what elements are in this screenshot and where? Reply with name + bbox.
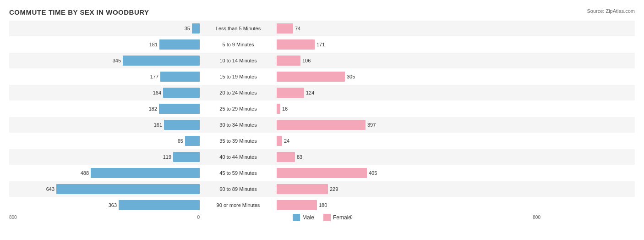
table-row: 345 10 to 14 Minutes 106 <box>9 53 635 68</box>
male-value: 363 <box>104 202 117 208</box>
axis-left-min: 0 <box>197 215 200 220</box>
female-value: 405 <box>369 170 382 176</box>
male-bar <box>164 120 200 130</box>
male-bar <box>159 104 200 114</box>
left-bar-container: 164 <box>9 85 202 100</box>
row-label: 30 to 34 Minutes <box>202 122 275 128</box>
row-label: Less than 5 Minutes <box>202 26 275 31</box>
female-value: 24 <box>284 138 297 144</box>
table-row: 181 5 to 9 Minutes 171 <box>9 37 635 52</box>
female-bar <box>277 136 282 146</box>
right-bar-container: 397 <box>275 117 467 133</box>
female-value: 106 <box>302 58 315 63</box>
left-bar-container: 65 <box>9 133 202 149</box>
male-value: 182 <box>144 106 157 112</box>
male-bar <box>185 136 200 146</box>
female-bar <box>277 88 304 98</box>
male-bar <box>163 88 200 98</box>
right-bar-container: 83 <box>275 149 467 165</box>
male-bar <box>119 200 200 210</box>
left-bar-container: 177 <box>9 69 202 84</box>
axis-right: 0 800 <box>348 215 540 220</box>
male-value: 65 <box>170 138 183 144</box>
table-row: 643 60 to 89 Minutes 229 <box>9 181 635 197</box>
female-bar <box>277 168 367 178</box>
right-bar-container: 124 <box>275 85 467 100</box>
female-bar <box>277 39 315 50</box>
male-bar <box>159 39 200 50</box>
row-label: 35 to 39 Minutes <box>202 138 275 144</box>
male-bar <box>123 56 200 66</box>
row-label: 15 to 19 Minutes <box>202 74 275 79</box>
table-row: 488 45 to 59 Minutes 405 <box>9 165 635 181</box>
row-label: 10 to 14 Minutes <box>202 58 275 63</box>
female-bar <box>277 120 366 130</box>
male-bar <box>192 23 200 33</box>
row-label: 90 or more Minutes <box>202 202 275 208</box>
left-bar-container: 119 <box>9 149 202 165</box>
left-bar-container: 345 <box>9 53 202 68</box>
right-bar-container: 106 <box>275 53 467 68</box>
left-bar-container: 488 <box>9 165 202 181</box>
male-value: 643 <box>42 186 55 192</box>
right-bar-container: 405 <box>275 165 467 181</box>
male-value: 161 <box>149 122 162 128</box>
axis-row: 800 0 0 800 <box>9 215 635 220</box>
female-value: 397 <box>367 122 380 128</box>
female-value: 124 <box>306 90 319 95</box>
male-value: 181 <box>145 42 158 47</box>
female-value: 229 <box>330 186 343 192</box>
female-bar <box>277 152 295 162</box>
chart-container: COMMUTE TIME BY SEX IN WOODBURY Source: … <box>0 0 644 240</box>
female-value: 305 <box>347 74 360 79</box>
table-row: 35 Less than 5 Minutes 74 <box>9 21 635 36</box>
axis-right-max: 800 <box>533 215 540 220</box>
right-bar-container: 16 <box>275 101 467 117</box>
axis-left: 800 0 <box>9 215 202 220</box>
female-value: 83 <box>297 154 310 160</box>
female-bar <box>277 184 328 194</box>
table-row: 164 20 to 24 Minutes 124 <box>9 85 635 100</box>
female-bar <box>277 23 293 33</box>
axis-right-min: 0 <box>350 215 353 220</box>
male-value: 177 <box>146 74 158 79</box>
table-row: 119 40 to 44 Minutes 83 <box>9 149 635 165</box>
left-bar-container: 161 <box>9 117 202 133</box>
right-bar-container: 180 <box>275 197 467 213</box>
row-label: 45 to 59 Minutes <box>202 170 275 176</box>
male-bar <box>91 168 200 178</box>
right-bar-container: 24 <box>275 133 467 149</box>
row-label: 40 to 44 Minutes <box>202 154 275 160</box>
row-label: 60 to 89 Minutes <box>202 186 275 192</box>
female-value: 180 <box>319 202 332 208</box>
right-bar-container: 171 <box>275 37 467 52</box>
left-bar-container: 182 <box>9 101 202 117</box>
table-row: 177 15 to 19 Minutes 305 <box>9 69 635 84</box>
table-row: 182 25 to 29 Minutes 16 <box>9 101 635 117</box>
chart-title: COMMUTE TIME BY SEX IN WOODBURY <box>9 8 635 16</box>
right-bar-container: 74 <box>275 21 467 36</box>
left-bar-container: 643 <box>9 181 202 197</box>
right-bar-container: 305 <box>275 69 467 84</box>
table-row: 65 35 to 39 Minutes 24 <box>9 133 635 149</box>
female-value: 171 <box>317 42 329 47</box>
source-label: Source: ZipAtlas.com <box>587 8 635 14</box>
left-bar-container: 35 <box>9 21 202 36</box>
male-bar <box>160 72 200 82</box>
male-bar <box>56 184 200 194</box>
female-value: 74 <box>295 26 308 31</box>
row-label: 25 to 29 Minutes <box>202 106 275 112</box>
male-bar <box>173 152 200 162</box>
male-value: 488 <box>76 170 89 176</box>
male-value: 164 <box>148 90 161 95</box>
female-bar <box>277 72 345 82</box>
female-value: 16 <box>282 106 295 112</box>
male-value: 35 <box>177 26 190 31</box>
female-bar <box>277 56 300 66</box>
table-row: 363 90 or more Minutes 180 <box>9 197 635 213</box>
axis-left-max: 800 <box>9 215 17 220</box>
left-bar-container: 181 <box>9 37 202 52</box>
left-bar-container: 363 <box>9 197 202 213</box>
right-bar-container: 229 <box>275 181 467 197</box>
female-bar <box>277 200 317 210</box>
